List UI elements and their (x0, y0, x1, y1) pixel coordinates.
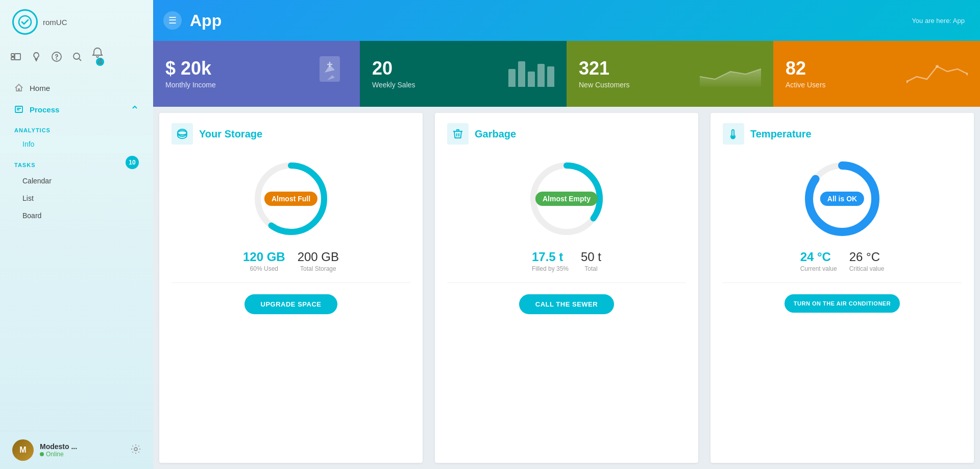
tasks-row: TASKS 10 (0, 153, 153, 172)
upgrade-space-button[interactable]: UPGRADE SPACE (244, 294, 338, 314)
sidebar-tools: 4 (0, 44, 153, 77)
stat-info-users: 82 Active Users (786, 59, 826, 89)
sidebar-item-process[interactable]: Process (0, 99, 153, 120)
settings-icon[interactable] (131, 444, 141, 457)
analytics-section-label: ANALYTICS (0, 120, 153, 135)
temperature-donut: All is OK (723, 158, 962, 240)
bar (547, 66, 554, 87)
garbage-title: Garbage (475, 128, 516, 140)
bar (518, 61, 525, 87)
garbage-total-label: Total (581, 265, 601, 272)
svg-point-5 (57, 59, 57, 59)
stat-card-customers: 321 New Customers (567, 41, 773, 107)
menu-button[interactable]: ☰ (163, 11, 182, 30)
storage-used-value: 120 GB (243, 250, 285, 264)
garbage-donut-container: Almost Empty (526, 158, 607, 240)
stat-info-income: $ 20k Monthly Income (165, 59, 216, 89)
logo-area: romUC (0, 0, 153, 44)
storage-status-label: Almost Full (264, 192, 317, 206)
svg-point-12 (936, 65, 939, 68)
storage-donut: Almost Full (172, 158, 410, 240)
page-title: App (190, 11, 903, 30)
garbage-widget: Garbage Almost Empty 17.5 t Filled by 35… (435, 113, 698, 463)
stat-card-users: 82 Active Users (773, 41, 980, 107)
garbage-header: Garbage (447, 123, 686, 145)
garbage-divider (447, 283, 686, 283)
stat-card-sales: 20 Weekly Sales (360, 41, 567, 107)
stat-card-income: $ 20k Monthly Income (153, 41, 360, 107)
stats-row: $ 20k Monthly Income 20 Weekly Sales (153, 41, 980, 107)
header: ☰ App You are here: App (153, 0, 980, 41)
temperature-current-value: 24 °C (800, 250, 837, 264)
storage-divider (172, 283, 410, 283)
stat-value-customers: 321 (579, 59, 630, 78)
user-name: Modesto ... (40, 442, 125, 451)
tasks-badge: 10 (126, 156, 139, 169)
income-icon (312, 52, 348, 96)
svg-point-8 (134, 448, 137, 451)
storage-total-label: Total Storage (298, 265, 339, 272)
sidebar-item-home[interactable]: Home (0, 77, 153, 99)
storage-total-value: 200 GB (298, 250, 339, 264)
garbage-status-label: Almost Empty (535, 192, 598, 206)
temperature-header: Temperature (723, 123, 962, 145)
temperature-icon-box (723, 123, 744, 145)
temperature-donut-container: All is OK (801, 158, 883, 240)
process-label: Process (30, 105, 59, 114)
notification-icon[interactable]: 4 (92, 47, 103, 69)
stat-info-customers: 321 New Customers (579, 59, 630, 89)
bar (508, 69, 516, 87)
stat-value-sales: 20 (372, 59, 415, 78)
svg-point-14 (178, 131, 187, 135)
storage-title: Your Storage (199, 128, 262, 140)
stat-value-income: $ 20k (165, 59, 216, 78)
stat-label-users: Active Users (786, 81, 826, 89)
svg-point-0 (19, 16, 31, 28)
temperature-critical-value: 26 °C (849, 250, 885, 264)
sidebar-subitem-info[interactable]: Info (0, 135, 153, 153)
temperature-current-label: Current value (800, 265, 837, 272)
temperature-title: Temperature (750, 128, 812, 140)
sidebar-subitem-calendar[interactable]: Calendar (0, 172, 153, 190)
screenshot-icon[interactable] (10, 51, 21, 65)
bar (528, 72, 535, 87)
lightbulb-icon[interactable] (31, 51, 42, 65)
logo-icon (12, 9, 38, 35)
svg-point-19 (732, 136, 734, 138)
garbage-icon-box (447, 123, 469, 145)
call-sewer-button[interactable]: CALL THE SEWER (519, 294, 614, 314)
content-area: Your Storage Almost Full 120 GB 60% Used (153, 107, 980, 469)
search-icon[interactable] (71, 51, 83, 65)
sidebar-nav: Home Process ANALYTICS Info TASKS 10 Cal… (0, 77, 153, 431)
temperature-critical-label: Critical value (849, 265, 885, 272)
svg-rect-3 (15, 54, 20, 60)
svg-rect-7 (15, 106, 22, 112)
garbage-used-label: Filled by 35% (532, 265, 569, 272)
sidebar-subitem-list[interactable]: List (0, 190, 153, 207)
sidebar-subitem-board[interactable]: Board (0, 207, 153, 224)
logo-text: romUC (43, 18, 67, 27)
svg-rect-1 (11, 54, 14, 56)
garbage-values: 17.5 t Filled by 35% 50 t Total (447, 250, 686, 272)
garbage-donut: Almost Empty (447, 158, 686, 240)
temperature-values: 24 °C Current value 26 °C Critical value (723, 250, 962, 272)
stat-label-customers: New Customers (579, 81, 630, 89)
storage-values: 120 GB 60% Used 200 GB Total Storage (172, 250, 410, 272)
user-status: Online (40, 451, 125, 458)
storage-icon-box (172, 123, 193, 145)
sparkline-users (906, 61, 968, 87)
breadcrumb: You are here: App (912, 17, 965, 25)
tasks-section-label: TASKS (14, 155, 35, 170)
air-conditioner-button[interactable]: TURN ON THE AIR CONDITIONER (785, 294, 900, 313)
bar-chart-sales (508, 61, 554, 87)
svg-rect-2 (11, 57, 14, 60)
svg-point-6 (74, 53, 80, 59)
home-label: Home (30, 84, 50, 92)
sidebar-user: M Modesto ... Online (0, 431, 153, 469)
help-icon[interactable] (51, 51, 62, 65)
storage-donut-container: Almost Full (250, 158, 332, 240)
temperature-status-label: All is OK (820, 192, 864, 206)
sidebar: romUC (0, 0, 153, 469)
storage-used-label: 60% Used (243, 265, 285, 272)
garbage-used-value: 17.5 t (532, 250, 569, 264)
